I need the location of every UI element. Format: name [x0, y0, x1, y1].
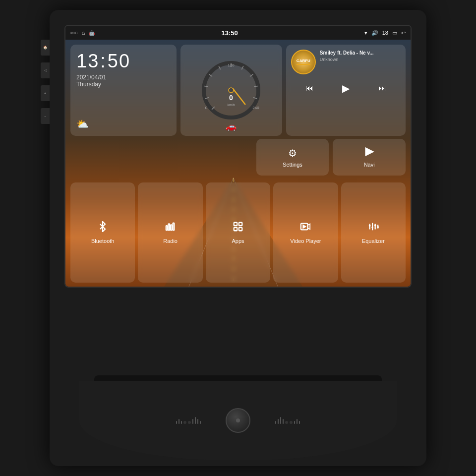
- side-btn-back[interactable]: ◁: [41, 62, 50, 78]
- dial-mark: [283, 419, 284, 424]
- volume-level: 18: [382, 30, 388, 36]
- dial-marks-right: [275, 417, 300, 424]
- radio-label: Radio: [163, 238, 178, 244]
- clock-display: 13:50: [76, 51, 171, 72]
- dial-mark: [297, 419, 298, 424]
- music-artist: Unknown: [320, 57, 401, 62]
- center-knob[interactable]: [226, 408, 250, 433]
- video-label: Video Player: [290, 238, 321, 244]
- dial-mark: [192, 419, 193, 424]
- clock-hour: 13: [76, 51, 99, 71]
- clock-date: 2021/04/01: [76, 74, 171, 81]
- equalizer-label: Equalizer: [362, 238, 385, 244]
- bluetooth-button[interactable]: Bluetooth: [70, 182, 135, 283]
- gauge-svg: 0 120 240 0 km/h: [196, 56, 266, 125]
- side-button-panel: 🏠 ◁ + −: [41, 40, 50, 124]
- side-btn-home[interactable]: 🏠: [41, 40, 50, 56]
- navi-label: Navi: [364, 162, 375, 168]
- svg-rect-27: [234, 223, 237, 226]
- dial-mark: [294, 421, 295, 424]
- mic-label: MIC: [70, 31, 78, 35]
- bluetooth-icon: [97, 221, 108, 235]
- svg-rect-23: [166, 226, 167, 230]
- apps-button[interactable]: Apps: [206, 182, 270, 283]
- svg-marker-32: [308, 224, 310, 230]
- svg-rect-28: [239, 223, 242, 226]
- main-screen: MIC ⌂ 🤖 13:50 ▾ 🔊 18 ▭ ↩: [64, 25, 412, 288]
- status-time: 13:50: [221, 29, 238, 37]
- video-icon: [300, 221, 311, 235]
- action-buttons-row: ⚙ Settings Navi: [65, 139, 411, 178]
- video-button[interactable]: Video Player: [273, 182, 338, 283]
- dial-mark: [178, 419, 179, 424]
- wifi-icon: ▾: [364, 30, 367, 36]
- volume-icon: 🔊: [371, 30, 378, 36]
- dial-mark: [278, 419, 279, 424]
- speedometer-widget[interactable]: 0 120 240 0 km/h 🚗: [180, 45, 282, 136]
- clock-widget[interactable]: 13:50 2021/04/01 Thursday ⛅: [70, 45, 177, 136]
- bluetooth-label: Bluetooth: [91, 238, 114, 244]
- svg-point-39: [374, 224, 376, 226]
- screen-content: 13:50 2021/04/01 Thursday ⛅: [65, 40, 411, 287]
- apps-icon: [233, 221, 243, 235]
- widgets-row: 13:50 2021/04/01 Thursday ⛅: [65, 40, 411, 139]
- dial-mark: [197, 419, 198, 424]
- svg-rect-30: [239, 228, 242, 231]
- android-icon[interactable]: 🤖: [89, 30, 95, 36]
- svg-marker-22: [365, 148, 373, 156]
- svg-marker-33: [303, 225, 306, 228]
- small-indicator: [285, 421, 288, 424]
- dial-mark: [280, 417, 281, 424]
- dial-mark: [275, 421, 276, 424]
- navi-button[interactable]: Navi: [333, 139, 406, 176]
- svg-rect-29: [234, 228, 237, 231]
- status-bar: MIC ⌂ 🤖 13:50 ▾ 🔊 18 ▭ ↩: [65, 26, 411, 40]
- svg-text:120: 120: [228, 63, 235, 67]
- svg-rect-25: [171, 225, 172, 230]
- settings-button[interactable]: ⚙ Settings: [256, 139, 329, 176]
- small-indicator: [290, 421, 293, 424]
- prev-button[interactable]: ⏮: [305, 84, 313, 93]
- battery-icon: ▭: [392, 30, 397, 36]
- svg-point-16: [229, 88, 234, 93]
- apps-row: Bluetooth Radio: [65, 178, 411, 287]
- svg-point-41: [377, 226, 379, 228]
- next-button[interactable]: ⏭: [378, 84, 386, 93]
- lower-panel: [64, 292, 412, 460]
- small-indicator: [183, 421, 186, 424]
- svg-rect-26: [173, 223, 174, 231]
- weather-display: ⛅: [76, 118, 171, 130]
- speed-gauge: 0 120 240 0 km/h: [196, 56, 266, 125]
- radio-button[interactable]: Radio: [138, 182, 202, 283]
- music-details: Smiley ft. Delia - Ne v... Unknown: [320, 50, 401, 62]
- home-icon[interactable]: ⌂: [82, 30, 85, 36]
- svg-point-37: [371, 227, 373, 229]
- apps-label: Apps: [232, 238, 244, 244]
- settings-label: Settings: [283, 162, 302, 168]
- status-right-icons: ▾ 🔊 18 ▭ ↩: [364, 30, 406, 36]
- knob-center: [236, 418, 240, 422]
- svg-text:0: 0: [229, 94, 233, 102]
- side-btn-vol-up[interactable]: +: [41, 85, 50, 101]
- status-left-icons: MIC ⌂ 🤖: [70, 30, 95, 36]
- music-widget[interactable]: CARFU Smiley ft. Delia - Ne v... Unknown…: [286, 45, 406, 136]
- dial-mark: [181, 421, 182, 424]
- clock-minute: 50: [108, 51, 130, 71]
- weather-icon: ⛅: [76, 118, 89, 130]
- back-icon[interactable]: ↩: [401, 30, 406, 36]
- settings-icon: ⚙: [288, 147, 297, 159]
- music-info-row: CARFU Smiley ft. Delia - Ne v... Unknown: [291, 50, 401, 74]
- equalizer-button[interactable]: Equalizer: [341, 182, 406, 283]
- svg-text:240: 240: [253, 106, 260, 110]
- equalizer-icon: [368, 221, 379, 235]
- dial-marks-left: [176, 417, 201, 424]
- svg-text:km/h: km/h: [228, 103, 235, 107]
- lower-curve: [79, 381, 397, 460]
- dial-mark: [299, 421, 300, 424]
- music-title: Smiley ft. Delia - Ne v...: [320, 50, 401, 56]
- side-btn-vol-down[interactable]: −: [41, 108, 50, 124]
- album-art: CARFU: [291, 50, 316, 74]
- radio-icon: [165, 221, 176, 235]
- play-button[interactable]: ▶: [342, 82, 350, 94]
- dial-mark: [200, 421, 201, 424]
